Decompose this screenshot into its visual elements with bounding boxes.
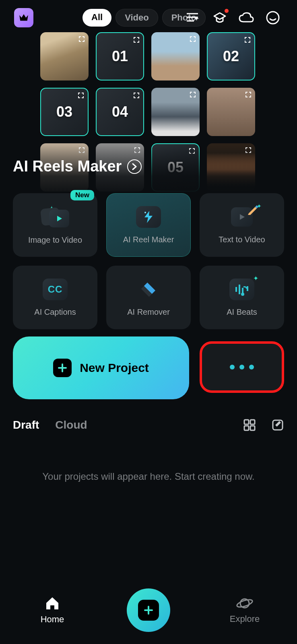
image-to-video-icon: ✦ xyxy=(41,206,69,228)
new-project-label: New Project xyxy=(80,361,149,375)
tool-image-to-video[interactable]: New ✦ Image to Video xyxy=(13,193,97,257)
tool-label: AI Captions xyxy=(34,308,76,317)
plus-icon xyxy=(138,600,159,621)
badge-new: New xyxy=(70,190,94,200)
nav-home[interactable]: Home xyxy=(22,596,82,625)
svg-point-19 xyxy=(236,598,253,609)
crown-icon xyxy=(19,14,29,22)
expand-icon xyxy=(245,91,252,98)
template-tile[interactable]: 01 xyxy=(96,32,144,80)
create-fab[interactable] xyxy=(127,588,170,632)
premium-badge[interactable] xyxy=(14,8,33,27)
tool-ai-remover[interactable]: AI Remover xyxy=(106,266,191,329)
svg-rect-11 xyxy=(247,286,248,291)
svg-rect-12 xyxy=(244,420,249,424)
nav-explore-label: Explore xyxy=(230,614,260,624)
tool-label: AI Remover xyxy=(127,308,170,317)
list-icon-button[interactable] xyxy=(185,10,201,26)
tool-ai-captions[interactable]: CC AI Captions xyxy=(13,266,97,329)
eraser-icon xyxy=(136,279,161,300)
svg-rect-7 xyxy=(235,287,237,292)
svg-rect-15 xyxy=(250,426,255,430)
svg-point-3 xyxy=(267,12,279,24)
captions-icon: CC xyxy=(43,279,68,300)
tab-cloud[interactable]: Cloud xyxy=(55,419,87,431)
more-options-button[interactable] xyxy=(200,341,284,393)
expand-icon xyxy=(133,36,140,43)
education-icon-button[interactable] xyxy=(212,10,228,26)
filter-pill-video[interactable]: Video xyxy=(116,9,158,27)
svg-rect-13 xyxy=(250,420,255,424)
cloud-icon-button[interactable] xyxy=(238,10,254,26)
plus-icon xyxy=(53,359,72,377)
template-tile[interactable] xyxy=(40,32,89,80)
profile-icon-button[interactable] xyxy=(265,10,281,26)
more-dot xyxy=(239,365,244,369)
tool-label: Image to Video xyxy=(28,235,82,245)
svg-point-4 xyxy=(144,212,146,213)
svg-point-10 xyxy=(241,293,244,296)
svg-rect-14 xyxy=(244,426,249,430)
smiley-icon xyxy=(266,10,280,25)
header-actions xyxy=(185,10,281,26)
svg-rect-8 xyxy=(239,285,240,294)
notification-dot xyxy=(225,9,229,13)
template-tile[interactable] xyxy=(151,88,200,136)
planet-icon xyxy=(236,596,253,611)
lightning-icon xyxy=(136,206,161,228)
template-tile[interactable]: 04 xyxy=(96,88,144,136)
home-icon xyxy=(45,596,60,611)
template-tile[interactable]: 02 xyxy=(207,32,255,80)
bottom-nav: Home Explore xyxy=(0,588,297,632)
filter-pill-all[interactable]: All xyxy=(82,9,111,27)
more-dot xyxy=(230,365,235,369)
tab-draft[interactable]: Draft xyxy=(13,419,39,431)
drafts-actions xyxy=(243,419,284,431)
edit-button[interactable] xyxy=(271,419,284,431)
tool-ai-reel-maker[interactable]: AI Reel Maker xyxy=(106,193,191,257)
beats-icon: ✦ xyxy=(229,279,254,300)
expand-icon xyxy=(133,92,140,99)
drafts-tabs: Draft Cloud xyxy=(13,419,284,431)
project-row: New Project xyxy=(13,336,284,399)
expand-icon xyxy=(189,35,196,43)
template-tile[interactable] xyxy=(207,88,255,136)
empty-projects-message: Your projects will appear here. Start cr… xyxy=(0,471,297,482)
graduation-cap-icon xyxy=(212,11,227,24)
svg-rect-17 xyxy=(52,605,53,608)
text-to-video-icon: ✦ xyxy=(229,206,254,228)
edit-icon xyxy=(271,419,284,431)
nav-home-label: Home xyxy=(41,614,64,625)
nav-explore[interactable]: Explore xyxy=(214,596,275,624)
template-tile[interactable]: 03 xyxy=(40,88,89,136)
new-project-button[interactable]: New Project xyxy=(13,336,189,399)
more-dot xyxy=(249,365,254,369)
tool-label: AI Reel Maker xyxy=(123,235,174,244)
section-title: AI Reels Maker xyxy=(13,158,122,175)
tool-ai-beats[interactable]: ✦ AI Beats xyxy=(200,266,284,329)
expand-icon xyxy=(189,91,196,98)
section-title-row[interactable]: AI Reels Maker xyxy=(13,158,142,175)
tool-grid: New ✦ Image to Video AI Reel Maker ✦ Tex… xyxy=(13,193,284,329)
template-number: 03 xyxy=(56,103,72,120)
tool-text-to-video[interactable]: ✦ Text to Video xyxy=(200,193,284,257)
tool-label: AI Beats xyxy=(227,308,257,317)
grid-icon xyxy=(243,419,256,431)
tool-label: Text to Video xyxy=(219,235,265,244)
template-number: 01 xyxy=(112,48,128,65)
expand-icon xyxy=(77,92,85,99)
grid-view-button[interactable] xyxy=(243,419,256,431)
template-number: 02 xyxy=(223,48,239,65)
chevron-right-icon xyxy=(127,159,142,174)
template-tile[interactable] xyxy=(151,32,200,80)
list-sparkle-icon xyxy=(186,12,200,24)
expand-icon xyxy=(244,36,251,43)
expand-icon xyxy=(78,35,85,43)
cloud-icon xyxy=(239,12,254,23)
template-number: 04 xyxy=(112,103,128,120)
app-header: All Video Photo xyxy=(0,0,297,35)
